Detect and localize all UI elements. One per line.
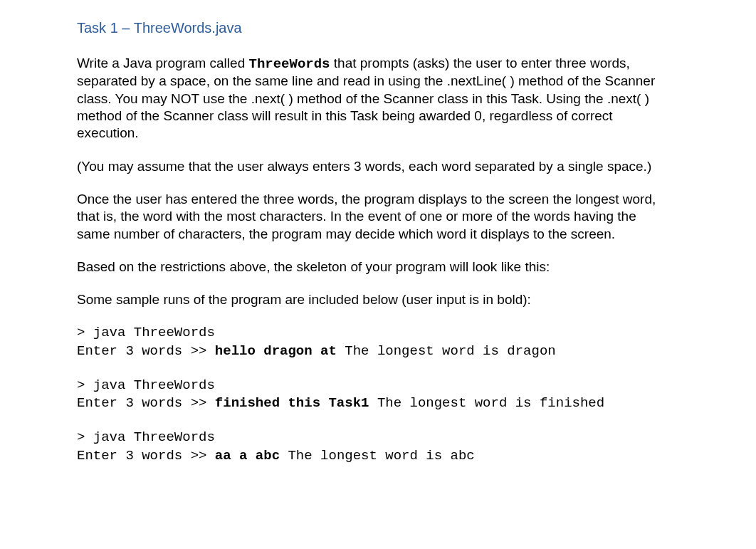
paragraph-behavior: Once the user has entered the three word… [77,191,671,243]
sample-cmd: > java ThreeWords [77,325,215,340]
sample-cmd: > java ThreeWords [77,429,215,445]
program-name-code: ThreeWords [248,56,330,72]
paragraph-skeleton: Based on the restrictions above, the ske… [77,258,671,276]
sample-output: The longest word is finished [369,395,604,411]
task-heading: Task 1 – ThreeWords.java [77,20,671,36]
sample-run-3: > java ThreeWords Enter 3 words >> aa a … [77,429,671,465]
sample-run-2: > java ThreeWords Enter 3 words >> finis… [77,377,671,413]
sample-user-input: hello dragon at [215,343,337,359]
paragraph-assumption: (You may assume that the user always ent… [77,158,671,175]
sample-user-input: aa a abc [215,448,280,464]
paragraph-intro: Write a Java program called ThreeWords t… [77,55,671,142]
sample-output: The longest word is abc [280,448,475,464]
sample-run-1: > java ThreeWords Enter 3 words >> hello… [77,324,671,360]
sample-user-input: finished this Task1 [215,395,369,411]
sample-prompt: Enter 3 words >> [77,343,215,359]
sample-output: The longest word is dragon [337,343,556,359]
para1-text-a: Write a Java program called [77,56,248,70]
sample-cmd: > java ThreeWords [77,377,215,393]
paragraph-samples-intro: Some sample runs of the program are incl… [77,291,671,308]
sample-prompt: Enter 3 words >> [77,395,215,411]
sample-prompt: Enter 3 words >> [77,448,215,464]
